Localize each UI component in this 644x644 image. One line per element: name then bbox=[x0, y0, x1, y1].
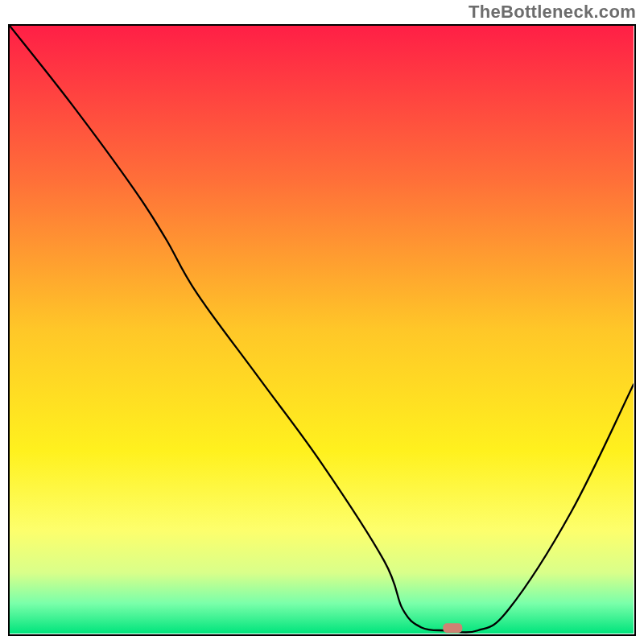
plot-area bbox=[8, 24, 636, 636]
chart-background bbox=[10, 26, 634, 634]
watermark-text: TheBottleneck.com bbox=[469, 2, 636, 23]
marker-pill bbox=[443, 623, 462, 633]
chart-svg bbox=[10, 26, 634, 634]
chart-root: TheBottleneck.com bbox=[0, 0, 644, 644]
